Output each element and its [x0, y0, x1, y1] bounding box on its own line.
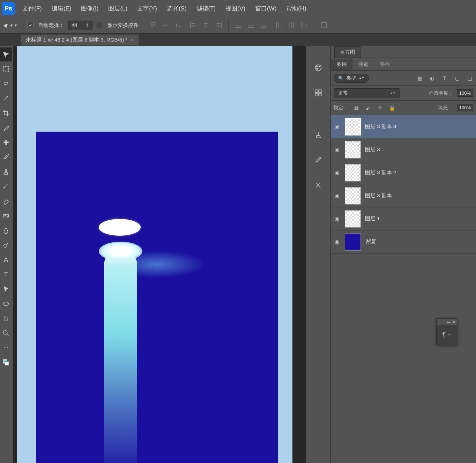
menu-layer[interactable]: 图层(L): [103, 2, 132, 15]
lock-position-icon[interactable]: ✥: [376, 104, 384, 112]
pen-tool[interactable]: [0, 253, 12, 267]
align-bottom-icon[interactable]: [172, 20, 184, 31]
layer-row[interactable]: ◉ 图层 3: [331, 138, 476, 161]
menu-view[interactable]: 视图(V): [221, 2, 250, 15]
lock-transparency-icon[interactable]: ▦: [352, 104, 360, 112]
tab-histogram[interactable]: 直方图: [334, 46, 360, 58]
layer-thumbnail[interactable]: [345, 210, 361, 228]
layer-row[interactable]: ◉ 图层 1: [331, 207, 476, 230]
lock-pixels-icon[interactable]: 🖌: [364, 104, 372, 112]
document-tab[interactable]: 未标题-1 @ 46.2% (图层 3 副本 3, RGB/8) * ×: [21, 35, 139, 45]
clone-stamp-tool[interactable]: [0, 165, 12, 179]
eyedropper-tool[interactable]: [0, 121, 12, 135]
filter-smart-icon[interactable]: ◫: [466, 75, 473, 82]
magic-wand-tool[interactable]: [0, 91, 12, 105]
visibility-toggle-icon[interactable]: ◉: [334, 215, 341, 222]
distribute-left-icon[interactable]: [273, 20, 284, 31]
filter-pixel-icon[interactable]: ▦: [416, 75, 423, 82]
align-hcenter-icon[interactable]: [200, 20, 211, 31]
layer-row[interactable]: ◉ 背景: [331, 230, 476, 253]
brush-presets-panel-icon[interactable]: [311, 152, 326, 168]
distribute-bottom-icon[interactable]: [258, 20, 269, 31]
history-brush-tool[interactable]: [0, 179, 12, 193]
layer-name[interactable]: 图层 3 副本 3: [365, 123, 396, 130]
menu-help[interactable]: 帮助(H): [281, 2, 311, 15]
layer-name[interactable]: 背景: [365, 238, 375, 245]
brush-panel-icon[interactable]: [311, 127, 326, 142]
floating-mini-panel[interactable]: ▸▸ ✕ ¶ ⌐: [436, 318, 457, 345]
layer-thumbnail[interactable]: [345, 164, 361, 182]
distribute-hcenter-icon[interactable]: [286, 20, 297, 31]
align-top-icon[interactable]: [147, 20, 158, 31]
gradient-tool[interactable]: [0, 209, 12, 223]
brush-tool[interactable]: [0, 150, 12, 164]
dodge-tool[interactable]: [0, 238, 12, 252]
path-selection-tool[interactable]: [0, 282, 12, 296]
layer-thumbnail[interactable]: [345, 141, 361, 159]
layer-thumbnail[interactable]: [345, 187, 361, 205]
filter-adjustment-icon[interactable]: ◐: [429, 75, 436, 82]
show-transform-checkbox[interactable]: [97, 22, 103, 28]
menu-file[interactable]: 文件(F): [17, 2, 47, 15]
auto-select-checkbox[interactable]: [28, 22, 34, 28]
zoom-tool[interactable]: [0, 326, 12, 340]
type-tool[interactable]: T: [0, 267, 12, 281]
opacity-value[interactable]: 100%: [457, 89, 473, 97]
auto-select-dropdown[interactable]: 组 ▲▼: [68, 21, 92, 30]
collapse-icon[interactable]: ▸▸: [447, 320, 451, 324]
blend-mode-dropdown[interactable]: 正常 ▲▼: [334, 88, 400, 98]
visibility-toggle-icon[interactable]: ◉: [334, 169, 341, 176]
menu-edit[interactable]: 编辑(E): [47, 2, 76, 15]
tab-channels[interactable]: 通道: [352, 59, 374, 70]
fill-value[interactable]: 100%: [457, 104, 473, 111]
layer-name[interactable]: 图层 1: [365, 215, 380, 222]
eraser-tool[interactable]: [0, 194, 12, 208]
menu-type[interactable]: 文字(Y): [132, 2, 162, 15]
healing-brush-tool[interactable]: ✚: [0, 135, 12, 149]
layer-row[interactable]: ◉ 图层 3 副本: [331, 184, 476, 207]
marquee-tool[interactable]: [0, 62, 12, 76]
layer-name[interactable]: 图层 3: [365, 146, 380, 153]
distribute-top-icon[interactable]: [233, 20, 244, 31]
hand-tool[interactable]: [0, 311, 12, 325]
move-tool[interactable]: [0, 47, 12, 61]
layer-row[interactable]: ◉ 图层 3 副本 3: [331, 115, 476, 138]
layer-name[interactable]: 图层 3 副本 2: [365, 169, 396, 176]
menu-select[interactable]: 选择(S): [162, 2, 192, 15]
lasso-tool[interactable]: [0, 77, 12, 91]
layer-name[interactable]: 图层 3 副本: [365, 192, 392, 199]
current-tool-indicator[interactable]: ✚ ▼: [3, 22, 19, 29]
visibility-toggle-icon[interactable]: ◉: [334, 192, 341, 199]
filter-shape-icon[interactable]: ▢: [454, 75, 461, 82]
filter-type-icon[interactable]: T: [441, 75, 448, 82]
tab-layers[interactable]: 图层: [331, 59, 352, 70]
layer-thumbnail[interactable]: [345, 118, 361, 135]
canvas-area[interactable]: [13, 46, 306, 463]
align-right-icon[interactable]: [213, 20, 224, 31]
layer-row[interactable]: ◉ 图层 3 副本 2: [331, 161, 476, 184]
arrange-icon[interactable]: [318, 20, 329, 31]
menu-image[interactable]: 图像(I): [76, 2, 103, 15]
distribute-right-icon[interactable]: [298, 20, 310, 31]
lock-all-icon[interactable]: 🔒: [388, 104, 396, 112]
layer-thumbnail[interactable]: [345, 233, 361, 251]
shape-tool[interactable]: [0, 297, 12, 311]
menu-filter[interactable]: 滤镜(T): [192, 2, 221, 15]
color-swatch[interactable]: [0, 355, 12, 369]
visibility-toggle-icon[interactable]: ◉: [334, 238, 341, 245]
tool-presets-panel-icon[interactable]: [311, 177, 326, 193]
blur-tool[interactable]: [0, 223, 12, 237]
swatches-panel-icon[interactable]: [311, 85, 326, 101]
align-left-icon[interactable]: [188, 20, 199, 31]
crop-tool[interactable]: [0, 106, 12, 120]
tab-paths[interactable]: 路径: [374, 59, 396, 70]
visibility-toggle-icon[interactable]: ◉: [334, 123, 341, 130]
paragraph-panel-icon[interactable]: ¶ ⌐: [442, 331, 451, 339]
more-tools[interactable]: ⋯: [0, 341, 12, 355]
distribute-vcenter-icon[interactable]: [245, 20, 256, 31]
color-panel-icon[interactable]: [311, 60, 326, 75]
close-icon[interactable]: ×: [131, 37, 134, 43]
align-vcenter-icon[interactable]: [160, 20, 171, 31]
close-icon[interactable]: ✕: [453, 320, 455, 324]
layer-filter-dropdown[interactable]: 🔍 类型 ▲▼: [334, 74, 369, 83]
